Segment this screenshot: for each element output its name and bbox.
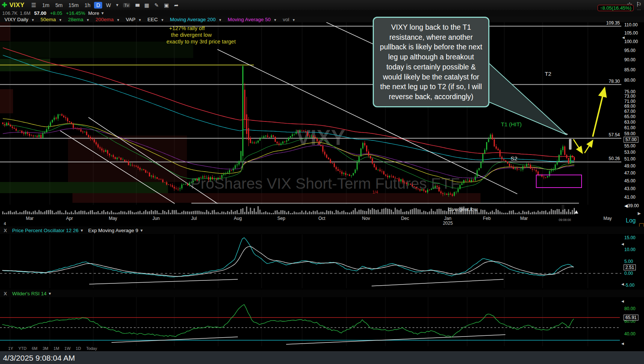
top-toolbar: ✚ VIXY ☰ 1m5m15m1hDW ▼ Tv ▮▮▮ ▦ ✎ ▣ ➦ ☆ … xyxy=(0,0,644,10)
rsi-marker-bottom: ◀ xyxy=(621,342,624,345)
month-label-3: Jun xyxy=(152,216,159,221)
ppo-title[interactable]: Price Percent Oscillator 12 26 xyxy=(12,228,79,233)
timeframe-D[interactable]: D xyxy=(94,2,102,9)
axis-marker-top: ◀ xyxy=(622,36,625,39)
corner-label: 4 xyxy=(4,221,6,226)
range-ytd[interactable]: YTD xyxy=(18,346,26,351)
month-label-13: May xyxy=(603,216,612,221)
draw-tool-icon[interactable]: ✎ xyxy=(154,2,159,8)
range-6m[interactable]: 6M xyxy=(32,346,37,351)
range-today[interactable]: Today xyxy=(86,346,97,351)
calculator-icon[interactable]: ▦ xyxy=(144,2,149,8)
rsi-title[interactable]: Wilder's RSI 14 xyxy=(12,291,47,296)
rsi-chart[interactable] xyxy=(0,297,644,346)
range-1w[interactable]: 1W xyxy=(64,346,71,351)
timeframe-15m[interactable]: 15m xyxy=(66,2,81,9)
ppo-ema-dropdown-icon[interactable]: ▼ xyxy=(140,228,143,233)
month-label-1: Apr xyxy=(66,216,73,221)
rsi-close-button[interactable]: X xyxy=(4,291,7,296)
indicator-item-8[interactable]: vol ▼ xyxy=(283,17,297,22)
volume-pane xyxy=(0,205,644,215)
timeframe-5m[interactable]: 5m xyxy=(53,2,65,9)
log-scale-button[interactable]: Log xyxy=(626,217,636,224)
ppo-dropdown-icon[interactable]: ▼ xyxy=(80,228,84,233)
month-label-6: Sep xyxy=(277,216,285,221)
last-price: 57.00 xyxy=(34,10,46,16)
range-1y[interactable]: 1Y xyxy=(8,346,13,351)
month-label-0: Mar xyxy=(26,216,34,221)
price-tick-41: 41.00 xyxy=(624,195,635,200)
price-tick-49: 49.00 xyxy=(624,163,635,169)
timeframe-dropdown-icon[interactable]: ▼ xyxy=(116,3,119,7)
status-bar: 4/3/2025 9:08:04 AM xyxy=(0,351,644,364)
rsi-marker-top: ◀ xyxy=(621,299,624,303)
ppo-chart[interactable] xyxy=(0,234,644,288)
bar-time-label: 09:08:00 xyxy=(559,218,571,222)
indicator-item-2[interactable]: 28ema ▼ xyxy=(68,17,91,22)
chart-type-icon[interactable]: ▮▮▮ xyxy=(135,3,139,7)
price-tick-100: 100.00 xyxy=(624,39,638,44)
price-tick-53: 53.00 xyxy=(624,150,635,155)
change-badge: ↑8.05(16.45%) xyxy=(598,5,634,11)
add-symbol-icon[interactable]: ✚ xyxy=(2,1,7,9)
analysis-callout[interactable]: VIXY long back to the T1 resistance, whe… xyxy=(373,17,489,107)
price-tick-45: 45.00 xyxy=(624,178,635,183)
indicator-item-5[interactable]: EEC ▼ xyxy=(148,17,165,22)
range-1m[interactable]: 1M xyxy=(54,346,59,351)
price-change: +8.05 xyxy=(50,10,62,16)
price-tick-65: 65.00 xyxy=(624,114,635,119)
timeframe-1m[interactable]: 1m xyxy=(40,2,51,9)
month-label-8: Nov xyxy=(362,216,370,221)
ppo-ema-label[interactable]: Exp Moving Average 9 xyxy=(88,228,138,233)
main-price-chart[interactable]: VIXYProShares VIX Short-Term Futures ETF xyxy=(0,22,644,205)
divergent-low-label: divergent low xyxy=(448,207,478,212)
badge-menu-icon[interactable]: … xyxy=(637,6,641,11)
scroll-right-icon[interactable]: ▶ xyxy=(638,211,641,216)
t1-hit-label: T1 (HIT) xyxy=(501,121,522,127)
price-tick-69: 69.00 xyxy=(624,104,635,109)
indicator-item-7[interactable]: Moving Average 50 ▼ xyxy=(228,17,278,22)
price-change-pct: +16.45% xyxy=(66,10,85,16)
share-icon[interactable]: ➦ xyxy=(174,2,178,8)
month-label-11: Feb xyxy=(483,216,491,221)
avg-volume-stat: 1.6M xyxy=(20,10,30,16)
price-tick-105: 105.00 xyxy=(624,30,638,36)
level-label-78.30: 78.30 xyxy=(595,79,620,84)
t2-target-label: T2 xyxy=(545,71,551,77)
tv-mode-icon[interactable]: Tv xyxy=(123,3,130,7)
indicator-item-4[interactable]: VAP ▼ xyxy=(126,17,143,22)
indicator-item-0[interactable]: VIXY Daily ▼ xyxy=(4,17,36,22)
level-label-57.54: 57.54 xyxy=(595,132,620,137)
rally-note-line1: +127% rally off xyxy=(169,25,205,31)
indicator-item-6[interactable]: Moving Average 200 ▼ xyxy=(170,17,223,22)
rally-note-line3: exactly to my 3rd price target xyxy=(166,39,236,45)
indicator-item-1[interactable]: 50ema ▼ xyxy=(41,17,64,22)
watchlist-icon[interactable]: ☰ xyxy=(31,2,36,9)
fraction-label: 1/4 xyxy=(372,190,378,194)
ppo-close-button[interactable]: X xyxy=(4,228,7,233)
volume-stat: 106.7K xyxy=(2,10,17,16)
rsi-header: X Wilder's RSI 14 ▼ xyxy=(0,290,644,297)
ppo-marker-bottom: ◀ xyxy=(621,282,624,286)
timeframe-W[interactable]: W xyxy=(104,2,113,9)
ppo-header: X Price Percent Oscillator 12 26 ▼ Exp M… xyxy=(0,227,644,234)
price-tick-51: 51.00 xyxy=(624,156,635,162)
more-dropdown-icon[interactable]: ▼ xyxy=(101,11,104,15)
ppo-tick-0: 0.00 xyxy=(624,271,633,276)
price-tick-59: 59.00 xyxy=(624,131,635,136)
rsi-dropdown-icon[interactable]: ▼ xyxy=(48,292,52,296)
indicator-item-3[interactable]: 200ema ▼ xyxy=(96,17,121,22)
month-label-10: Jan xyxy=(444,216,451,221)
more-button[interactable]: More xyxy=(88,10,99,16)
month-label-12: Mar xyxy=(520,216,528,221)
range-3m[interactable]: 3M xyxy=(43,346,48,351)
year-label: 2025 xyxy=(443,221,453,226)
price-tick-47: 47.00 xyxy=(624,170,635,176)
ticker-symbol[interactable]: VIXY xyxy=(9,1,25,9)
range-1d[interactable]: 1D xyxy=(76,346,81,351)
clock-text: 4/3/2025 9:08:04 AM xyxy=(3,354,75,363)
folder-icon[interactable]: ▣ xyxy=(164,2,169,8)
s2-support-label: S2 xyxy=(511,155,517,162)
level-label-109.35: 109.35 xyxy=(595,20,620,26)
timeframe-1h[interactable]: 1h xyxy=(82,2,93,9)
